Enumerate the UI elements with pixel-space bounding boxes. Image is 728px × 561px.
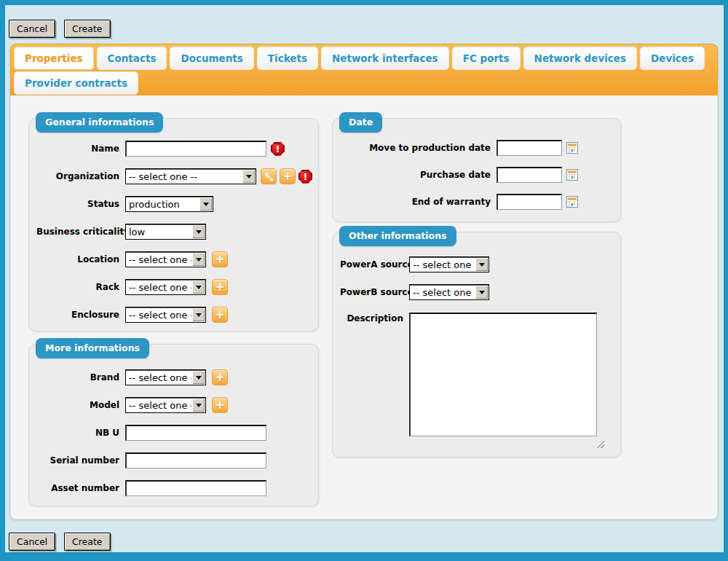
plus-icon: + [215,372,224,383]
hierarchy-icon [264,172,274,181]
field-row-brand: Brand -- select one -- + [33,369,312,385]
tab-bar: Properties Contacts Documents Tickets Ne… [10,44,718,95]
tab-provider-contracts[interactable]: Provider contracts [14,71,138,95]
asset-number-label: Asset number [33,483,119,493]
brand-select[interactable]: -- select one -- [125,369,206,385]
tab-documents[interactable]: Documents [170,47,253,70]
name-label: Name [33,144,119,154]
powera-source-select-value: -- select one -- [410,259,475,270]
status-select[interactable]: production [125,196,213,212]
plus-icon: + [215,281,224,293]
fieldset-date: Date Move to production date [332,118,621,222]
tab-tickets[interactable]: Tickets [257,47,318,70]
fieldset-general-informations: General informations Name ! Organization… [28,118,319,332]
description-textarea[interactable] [409,313,597,436]
dropdown-arrow-icon [242,170,255,183]
move-to-production-input[interactable] [496,140,562,156]
create-button-top[interactable]: Create [64,20,111,38]
add-location-button[interactable]: + [212,251,228,267]
organization-hierarchy-button[interactable] [261,168,277,184]
create-button-bottom[interactable]: Create [64,533,111,551]
rack-label: Rack [33,282,119,292]
powerb-source-select[interactable]: -- select one -- [409,284,489,300]
fieldset-other-informations: Other informations PowerA source -- sele… [332,232,621,458]
dropdown-arrow-icon [475,286,488,299]
calendar-picker-icon[interactable] [566,169,578,181]
dropdown-arrow-icon [192,371,205,384]
fieldset-legend: More informations [36,338,149,358]
app-window: Cancel Create Properties Contacts Docume… [0,0,728,561]
end-of-warranty-label: End of warranty [337,197,491,207]
tab-panel-properties: General informations Name ! Organization… [10,95,718,519]
rack-select[interactable]: -- select one -- [125,279,206,295]
organization-select[interactable]: -- select one -- [125,168,256,184]
tab-devices[interactable]: Devices [640,47,705,70]
field-row-end-of-warranty: End of warranty [337,194,614,210]
organization-label: Organization [33,171,119,181]
purchase-date-label: Purchase date [337,170,491,180]
field-row-asset-number: Asset number [33,480,312,496]
end-of-warranty-input[interactable] [496,194,562,210]
field-row-rack: Rack -- select one -- + [33,279,312,295]
organization-select-value: -- select one -- [126,171,242,182]
calendar-picker-icon[interactable] [566,196,578,208]
model-select-value: -- select one -- [126,400,191,411]
field-row-powera-source: PowerA source -- select one -- [337,256,614,272]
description-label: Description [337,313,403,323]
location-select[interactable]: -- select one -- [125,251,206,267]
serial-number-input[interactable] [125,452,266,468]
add-rack-button[interactable]: + [212,279,228,295]
location-label: Location [33,254,119,264]
fieldset-legend: Other informations [339,226,456,246]
plus-icon: + [282,170,292,182]
plus-icon: + [215,309,224,321]
field-row-nb-u: NB U [33,425,312,441]
purchase-date-input[interactable] [496,167,562,183]
field-row-business-criticality: Business criticality low [33,224,312,240]
tab-network-interfaces[interactable]: Network interfaces [321,47,449,70]
field-row-description: Description [337,313,614,439]
nb-u-input[interactable] [125,425,266,441]
powerb-source-select-value: -- select one -- [410,287,475,298]
field-row-status: Status production [33,196,312,212]
field-row-organization: Organization -- select one -- + [33,168,312,184]
dropdown-arrow-icon [192,308,205,321]
status-select-value: production [126,199,199,210]
field-row-location: Location -- select one -- + [33,251,312,267]
tab-contacts[interactable]: Contacts [97,47,167,70]
fieldset-legend: Date [339,112,382,133]
dropdown-arrow-icon [192,399,205,412]
cancel-button-bottom[interactable]: Cancel [9,533,55,551]
add-enclosure-button[interactable]: + [212,307,228,323]
rack-select-value: -- select one -- [126,282,191,293]
dropdown-arrow-icon [475,258,488,271]
powera-source-select[interactable]: -- select one -- [409,256,489,272]
asset-number-input[interactable] [125,480,266,496]
field-row-powerb-source: PowerB source -- select one -- [337,284,614,300]
name-input[interactable] [125,141,266,157]
add-organization-button[interactable]: + [280,168,296,184]
nb-u-label: NB U [33,428,119,438]
enclosure-label: Enclosure [33,310,119,320]
mandatory-icon: ! [271,142,285,156]
model-select[interactable]: -- select one -- [125,397,206,413]
business-criticality-label: Business criticality [33,227,119,237]
resize-handle-icon[interactable] [597,441,604,448]
plus-icon: + [215,399,224,411]
tab-fc-ports[interactable]: FC ports [452,47,521,70]
powerb-source-label: PowerB source [337,287,403,297]
tab-network-devices[interactable]: Network devices [523,47,637,70]
brand-label: Brand [33,372,119,382]
enclosure-select[interactable]: -- select one -- [125,307,206,323]
business-criticality-select[interactable]: low [125,224,206,240]
dropdown-arrow-icon [192,280,205,294]
cancel-button-top[interactable]: Cancel [9,20,55,38]
calendar-picker-icon[interactable] [566,142,578,154]
add-model-button[interactable]: + [212,397,228,413]
object-form-widget: Properties Contacts Documents Tickets Ne… [10,44,718,519]
add-brand-button[interactable]: + [212,369,228,385]
field-row-name: Name ! [33,141,312,157]
field-row-enclosure: Enclosure -- select one -- + [33,307,312,323]
tab-properties[interactable]: Properties [14,47,94,70]
fieldset-legend: General informations [36,112,163,133]
